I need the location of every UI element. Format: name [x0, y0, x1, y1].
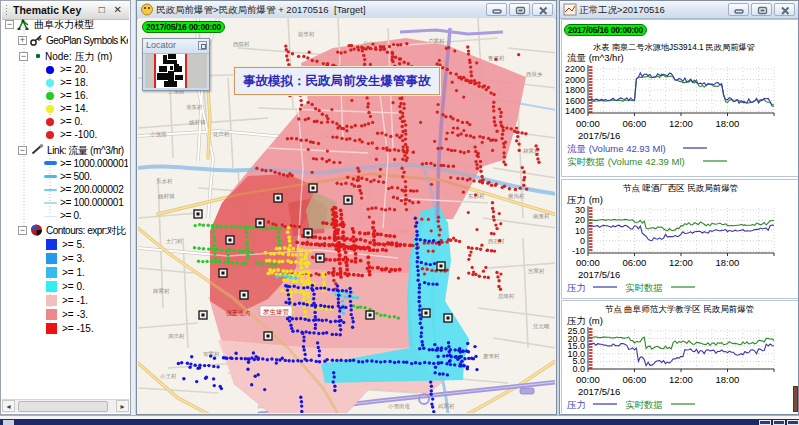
svg-text:宫家村: 宫家村 [528, 268, 545, 275]
svg-text:2017/5/16: 2017/5/16 [578, 130, 620, 141]
svg-text:息陬村: 息陬村 [497, 293, 515, 300]
svg-text:00:00: 00:00 [576, 257, 600, 268]
svg-text:18:00: 18:00 [716, 118, 740, 129]
svg-text:12:00: 12:00 [669, 257, 693, 268]
svg-text:压力 (m): 压力 (m) [567, 194, 603, 205]
svg-text:小张曲: 小张曲 [149, 131, 167, 138]
svg-text:节点 啤酒厂西区 民政局前爆管: 节点 啤酒厂西区 民政局前爆管 [623, 183, 738, 193]
svg-text:06:00: 06:00 [623, 118, 647, 129]
svg-text:10: 10 [575, 226, 585, 236]
svg-text:西陈村: 西陈村 [233, 41, 250, 48]
svg-text:薛家村: 薛家村 [153, 288, 170, 295]
svg-text:武家村: 武家村 [438, 403, 455, 410]
svg-text:西孔村: 西孔村 [488, 238, 505, 245]
svg-text:张王道沟: 张王道沟 [226, 309, 250, 317]
svg-text:水表 南泉二号水源地JS3914.1 民政局前爆管: 水表 南泉二号水源地JS3914.1 民政局前爆管 [593, 43, 755, 52]
svg-text:1600: 1600 [565, 96, 585, 106]
svg-text:20: 20 [575, 215, 585, 225]
svg-text:压力: 压力 [567, 399, 586, 410]
svg-text:夏宋村: 夏宋村 [483, 353, 500, 360]
svg-text:西良乡: 西良乡 [526, 71, 543, 78]
svg-text:小雪街道: 小雪街道 [387, 403, 411, 410]
svg-text:压力: 压力 [567, 282, 586, 293]
svg-text:小王村: 小王村 [159, 373, 177, 380]
svg-text:南泉村: 南泉村 [533, 213, 550, 220]
svg-text:横沟村: 横沟村 [508, 193, 525, 200]
svg-text:实时数据: 实时数据 [625, 282, 663, 293]
svg-text:18:00: 18:00 [716, 374, 740, 385]
svg-text:0.0: 0.0 [572, 364, 585, 374]
svg-text:土门村: 土门村 [166, 238, 183, 245]
svg-text:18:00: 18:00 [716, 257, 740, 268]
svg-text:实时数据 (Volume 42.39 Ml): 实时数据 (Volume 42.39 Ml) [567, 156, 685, 167]
svg-text:00:00: 00:00 [576, 374, 600, 385]
svg-text:发生爆管: 发生爆管 [263, 308, 290, 316]
svg-text:化庄村: 化庄村 [213, 131, 230, 138]
svg-text:1400: 1400 [565, 106, 585, 116]
svg-text:2200: 2200 [565, 64, 585, 74]
svg-text:2000: 2000 [565, 75, 585, 85]
svg-text:流量 (m^3/hr): 流量 (m^3/hr) [567, 52, 624, 63]
svg-text:流量 (Volume 42.93 Ml): 流量 (Volume 42.93 Ml) [567, 143, 666, 154]
svg-text:北元疃: 北元疃 [532, 323, 550, 330]
svg-text:12:00: 12:00 [669, 118, 693, 129]
svg-text:12:00: 12:00 [669, 374, 693, 385]
svg-text:2017/5/16: 2017/5/16 [578, 386, 620, 397]
svg-text:庙东村: 庙东村 [186, 104, 203, 111]
svg-text:压力 (m): 压力 (m) [567, 315, 603, 326]
svg-text:节点 曲阜师范大学教学区 民政局前爆管: 节点 曲阜师范大学教学区 民政局前爆管 [605, 304, 754, 314]
svg-text:30: 30 [575, 205, 585, 215]
svg-text:1800: 1800 [565, 85, 585, 95]
svg-text:周庄村: 周庄村 [168, 333, 185, 340]
svg-text:实时数据: 实时数据 [625, 399, 663, 410]
svg-text:00:00: 00:00 [576, 118, 600, 129]
svg-text:乐水村: 乐水村 [156, 178, 173, 185]
svg-text:06:00: 06:00 [623, 257, 647, 268]
svg-text:06:00: 06:00 [623, 374, 647, 385]
svg-text:0: 0 [580, 236, 585, 246]
svg-text:2017/5/16: 2017/5/16 [578, 269, 620, 280]
svg-text:前李村: 前李村 [298, 31, 315, 38]
svg-text:姚村镇: 姚村镇 [158, 193, 175, 200]
svg-text:-10: -10 [572, 246, 585, 256]
svg-text:姚村镇: 姚村镇 [189, 119, 206, 126]
